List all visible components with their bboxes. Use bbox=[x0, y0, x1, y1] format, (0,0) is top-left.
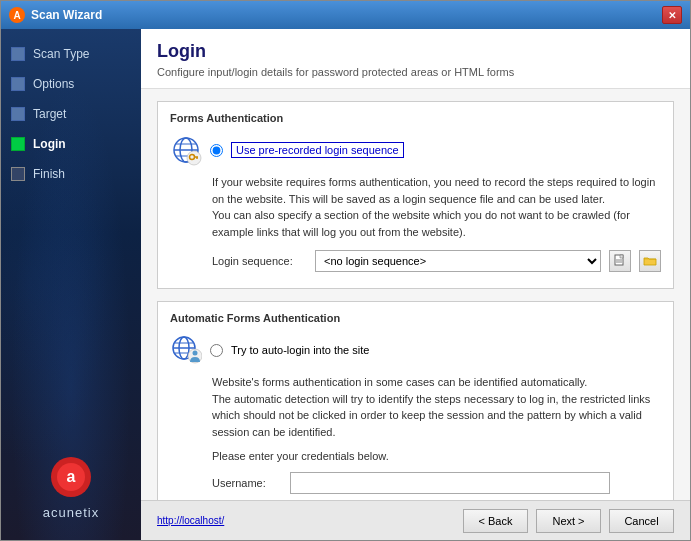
content-header: Login Configure input/login details for … bbox=[141, 29, 690, 89]
acunetix-logo-icon: a bbox=[47, 453, 95, 501]
auto-auth-icon bbox=[170, 334, 202, 366]
acunetix-logo: a acunetix bbox=[1, 453, 141, 520]
forms-auth-section: Forms Authentication bbox=[157, 101, 674, 289]
scan-wizard-window: A Scan Wizard ✕ Scan Type Options Target bbox=[0, 0, 691, 541]
sidebar-label-login: Login bbox=[33, 137, 66, 151]
step-indicator-login bbox=[11, 137, 25, 151]
login-sequence-row: Login sequence: <no login sequence> bbox=[212, 250, 661, 272]
credentials-section: Username: Password: bbox=[212, 472, 661, 500]
page-title: Login bbox=[157, 41, 674, 62]
window-title: Scan Wizard bbox=[31, 8, 102, 22]
sidebar-item-finish[interactable]: Finish bbox=[1, 159, 141, 189]
login-sequence-select[interactable]: <no login sequence> bbox=[315, 250, 601, 272]
content-body: Forms Authentication bbox=[141, 89, 690, 500]
footer: http://localhost/ < Back Next > Cancel bbox=[141, 500, 690, 540]
step-indicator-scan-type bbox=[11, 47, 25, 61]
title-bar-controls: ✕ bbox=[662, 6, 682, 24]
username-label: Username: bbox=[212, 477, 282, 489]
auto-login-label: Try to auto-login into the site bbox=[231, 344, 369, 356]
forms-auth-description: If your website requires forms authentic… bbox=[212, 174, 661, 240]
title-bar: A Scan Wizard ✕ bbox=[1, 1, 690, 29]
svg-point-21 bbox=[193, 351, 198, 356]
step-indicator-target bbox=[11, 107, 25, 121]
new-file-icon bbox=[613, 254, 627, 268]
svg-text:a: a bbox=[67, 468, 76, 485]
window-body: Scan Type Options Target Login Finish bbox=[1, 29, 690, 540]
sidebar-item-scan-type[interactable]: Scan Type bbox=[1, 39, 141, 69]
auto-auth-title: Automatic Forms Authentication bbox=[170, 312, 661, 324]
auto-auth-section: Automatic Forms Authentication bbox=[157, 301, 674, 500]
step-indicator-options bbox=[11, 77, 25, 91]
login-seq-label: Login sequence: bbox=[212, 255, 307, 267]
new-file-button[interactable] bbox=[609, 250, 631, 272]
forms-auth-radio-row: Use pre-recorded login sequence bbox=[170, 134, 661, 166]
forms-auth-icon bbox=[170, 134, 202, 166]
close-button[interactable]: ✕ bbox=[662, 6, 682, 24]
sidebar-item-options[interactable]: Options bbox=[1, 69, 141, 99]
auto-login-radio[interactable] bbox=[210, 344, 223, 357]
acunetix-text: acunetix bbox=[43, 505, 99, 520]
app-icon: A bbox=[9, 7, 25, 23]
next-button[interactable]: Next > bbox=[536, 509, 601, 533]
credentials-prompt: Please enter your credentials below. bbox=[212, 450, 661, 462]
username-input[interactable] bbox=[290, 472, 610, 494]
sidebar-label-scan-type: Scan Type bbox=[33, 47, 89, 61]
sidebar-label-target: Target bbox=[33, 107, 66, 121]
step-indicator-finish bbox=[11, 167, 25, 181]
forms-auth-title: Forms Authentication bbox=[170, 112, 661, 124]
use-prerecorded-label: Use pre-recorded login sequence bbox=[231, 142, 404, 158]
auto-auth-description: Website's forms authentication in some c… bbox=[212, 374, 661, 440]
folder-icon bbox=[643, 254, 657, 268]
back-button[interactable]: < Back bbox=[463, 509, 528, 533]
sidebar-item-login[interactable]: Login bbox=[1, 129, 141, 159]
title-bar-left: A Scan Wizard bbox=[9, 7, 102, 23]
use-prerecorded-radio[interactable] bbox=[210, 144, 223, 157]
auto-auth-radio-row: Try to auto-login into the site bbox=[170, 334, 661, 366]
cancel-button[interactable]: Cancel bbox=[609, 509, 674, 533]
sidebar: Scan Type Options Target Login Finish bbox=[1, 29, 141, 540]
main-content: Login Configure input/login details for … bbox=[141, 29, 690, 540]
sidebar-label-options: Options bbox=[33, 77, 74, 91]
page-subtitle: Configure input/login details for passwo… bbox=[157, 66, 674, 78]
footer-link[interactable]: http://localhost/ bbox=[157, 515, 224, 526]
sidebar-label-finish: Finish bbox=[33, 167, 65, 181]
open-folder-button[interactable] bbox=[639, 250, 661, 272]
sidebar-item-target[interactable]: Target bbox=[1, 99, 141, 129]
footer-buttons: < Back Next > Cancel bbox=[463, 509, 674, 533]
username-row: Username: bbox=[212, 472, 661, 494]
